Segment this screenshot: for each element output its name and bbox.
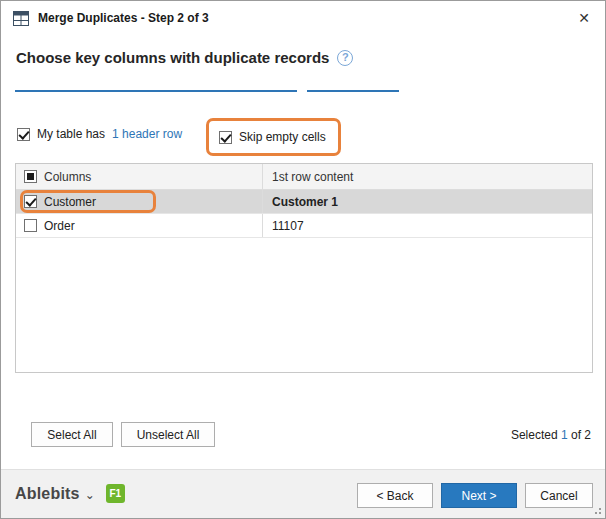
header-row-label: My table has (37, 127, 105, 141)
first-row-content-header-label: 1st row content (272, 170, 353, 184)
app-table-icon (13, 11, 29, 26)
select-all-button[interactable]: Select All (31, 422, 113, 447)
selected-status-count: 1 (561, 428, 568, 442)
selected-status-prefix: Selected (511, 428, 558, 442)
table-header-row: Columns 1st row content (16, 164, 592, 190)
unselect-all-button[interactable]: Unselect All (121, 422, 215, 447)
skip-empty-annotation: Skip empty cells (206, 118, 341, 156)
table-row-customer[interactable]: Customer Customer 1 (16, 190, 592, 214)
page-title: Choose key columns with duplicate record… (16, 49, 353, 66)
brand-menu[interactable]: Ablebits ⌄ F1 (15, 484, 125, 503)
customer-checkbox[interactable] (24, 195, 37, 208)
skip-empty-checkbox[interactable] (219, 131, 232, 144)
header-row-checkbox[interactable] (17, 128, 30, 141)
title-bar: Merge Duplicates - Step 2 of 3 ✕ (1, 1, 605, 35)
order-checkbox[interactable] (24, 219, 37, 232)
f1-help-badge[interactable]: F1 (106, 484, 125, 503)
header-row-link[interactable]: 1 header row (112, 127, 182, 141)
customer-first-row-value: Customer 1 (272, 195, 338, 209)
back-button[interactable]: < Back (357, 483, 433, 508)
select-all-columns-checkbox[interactable] (24, 170, 37, 183)
help-icon[interactable]: ? (337, 50, 353, 66)
window-title: Merge Duplicates - Step 2 of 3 (38, 11, 209, 25)
step-progress-segment-1 (15, 90, 297, 92)
order-label: Order (44, 219, 75, 233)
order-first-row-value: 11107 (272, 219, 304, 233)
options-row: My table has 1 header row Skip empty cel… (17, 122, 591, 146)
next-button[interactable]: Next > (441, 483, 517, 508)
skip-empty-checkbox-group[interactable]: Skip empty cells (219, 125, 326, 149)
brand-logo: Ablebits (15, 485, 80, 503)
cancel-button[interactable]: Cancel (525, 483, 593, 508)
page-title-text: Choose key columns with duplicate record… (16, 49, 329, 66)
step-progress-segment-2 (307, 90, 399, 92)
chevron-down-icon: ⌄ (85, 488, 95, 502)
skip-empty-label: Skip empty cells (239, 130, 326, 144)
customer-label: Customer (44, 195, 96, 209)
selected-status: Selected 1 of 2 (511, 428, 591, 442)
columns-header-label: Columns (44, 170, 91, 184)
resize-grip[interactable] (599, 512, 601, 514)
header-row-checkbox-group[interactable]: My table has 1 header row (17, 122, 182, 146)
selected-status-suffix: of 2 (571, 428, 591, 442)
close-icon[interactable]: ✕ (569, 3, 599, 33)
columns-table: Columns 1st row content Customer Custome… (15, 163, 593, 373)
merge-duplicates-dialog: Merge Duplicates - Step 2 of 3 ✕ Choose … (0, 0, 606, 519)
table-row-order[interactable]: Order 11107 (16, 214, 592, 238)
